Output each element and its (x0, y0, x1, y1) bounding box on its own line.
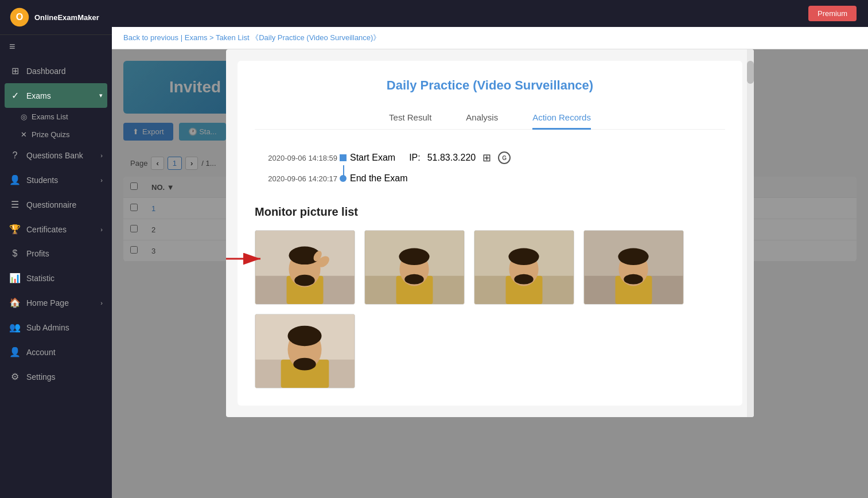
monitor-image-1[interactable] (255, 230, 355, 305)
tab-action-records[interactable]: Action Records (532, 107, 591, 130)
sidebar-item-label: Questionnaire (26, 200, 76, 209)
exams-icon: ✓ (9, 90, 21, 101)
sidebar-item-label: Prize Quizs (32, 130, 69, 139)
settings-icon: ⚙ (9, 371, 21, 382)
topbar: Premium (112, 0, 868, 27)
monitor-image-3[interactable] (474, 230, 574, 305)
monitor-image-5[interactable] (255, 314, 355, 388)
modal-scrollbar[interactable] (747, 49, 754, 417)
sidebar-item-statistic[interactable]: 📊 Statistic (0, 266, 112, 290)
sidebar-item-label: Exams List (32, 112, 68, 121)
sidebar-item-label: Settings (26, 372, 56, 382)
svg-point-28 (618, 248, 648, 266)
breadcrumb: Back to previous | Exams > Taken List 《D… (112, 27, 868, 49)
timeline-item-1: 2020-09-06 14:18:59 Start Exam IP: 51.83… (347, 147, 725, 169)
sidebar-item-dashboard[interactable]: ⊞ Dashboard (0, 59, 112, 83)
modal-inner: Daily Practice (Video Surveillance) Test… (238, 61, 742, 406)
tab-analysis[interactable]: Analysis (466, 107, 498, 130)
hamburger-icon[interactable]: ≡ (0, 35, 112, 59)
timeline-dot-2 (340, 175, 347, 182)
premium-button[interactable]: Premium (808, 6, 857, 21)
main-area: Premium Back to previous | Exams > Taken… (112, 0, 868, 498)
monitor-grid (255, 230, 725, 388)
timeline-dot-1 (340, 154, 347, 161)
taken-list-link[interactable]: Taken List (216, 33, 250, 42)
profits-icon: $ (9, 248, 21, 259)
questionnaire-icon: ☰ (9, 199, 21, 210)
sidebar-item-exams[interactable]: ✓ Exams ▾ (5, 83, 107, 108)
svg-point-34 (287, 326, 321, 346)
svg-point-29 (624, 274, 643, 285)
sidebar-item-account[interactable]: 👤 Account (0, 340, 112, 364)
sidebar-item-label: Sub Admins (26, 323, 69, 332)
modal-title: Daily Practice (Video Surveillance) (255, 78, 725, 93)
exam-name: 《Daily Practice (Video Surveillance)》 (251, 33, 380, 42)
monitor-section: Monitor picture list (255, 205, 725, 388)
sidebar-item-students[interactable]: 👤 Students › (0, 168, 112, 192)
monitor-image-4[interactable] (583, 230, 684, 305)
statistic-icon: 📊 (9, 273, 21, 283)
timeline-item-2: 2020-09-06 14:20:17 End the Exam (347, 169, 725, 188)
sidebar-item-label: Account (26, 348, 56, 357)
svg-point-16 (399, 248, 429, 266)
svg-point-17 (404, 274, 423, 285)
sidebar-item-homepage[interactable]: 🏠 Home Page › (0, 290, 112, 315)
homepage-icon: 🏠 (9, 297, 21, 308)
timeline-time-1: 2020-09-06 14:18:59 (251, 154, 337, 162)
sidebar: O OnlineExamMaker ≡ ⊞ Dashboard ✓ Exams … (0, 0, 112, 498)
dashboard-icon: ⊞ (9, 65, 21, 76)
modal: Daily Practice (Video Surveillance) Test… (226, 49, 754, 417)
sidebar-item-sub-admins[interactable]: 👥 Sub Admins (0, 315, 112, 340)
sidebar-item-label: Profits (26, 249, 49, 258)
sidebar-item-profits[interactable]: $ Profits (0, 242, 112, 266)
exams-list-icon: ◎ (21, 112, 27, 121)
back-link[interactable]: Back to previous (123, 33, 178, 42)
scrollbar-thumb[interactable] (747, 61, 754, 84)
svg-point-9 (294, 275, 314, 286)
exams-link[interactable]: Exams (185, 33, 208, 42)
chrome-icon: G (498, 151, 511, 164)
certificates-icon: 🏆 (9, 224, 21, 235)
timeline-content-2: End the Exam (350, 173, 408, 184)
sidebar-item-label: Questions Bank (26, 151, 83, 160)
monitor-grid-wrapper (255, 230, 725, 388)
windows-icon: ⊞ (482, 151, 491, 164)
modal-overlay[interactable]: Daily Practice (Video Surveillance) Test… (112, 49, 868, 498)
sidebar-item-questionnaire[interactable]: ☰ Questionnaire (0, 192, 112, 217)
monitor-title: Monitor picture list (255, 205, 725, 219)
logo: O OnlineExamMaker (0, 0, 112, 35)
svg-point-22 (508, 248, 539, 266)
sidebar-item-certificates[interactable]: 🏆 Certificates › (0, 217, 112, 242)
sidebar-item-questions-bank[interactable]: ? Questions Bank › (0, 143, 112, 168)
sidebar-item-label: Home Page (26, 298, 69, 308)
sidebar-item-settings[interactable]: ⚙ Settings (0, 364, 112, 389)
timeline: 2020-09-06 14:18:59 Start Exam IP: 51.83… (255, 147, 725, 188)
sidebar-item-label: Statistic (26, 274, 55, 283)
svg-point-23 (514, 274, 533, 285)
timeline-content-1: Start Exam IP: 51.83.3.220 ⊞ G (350, 151, 511, 164)
prize-quizs-icon: ✕ (21, 130, 27, 139)
logo-icon: O (9, 7, 30, 28)
page-content: Invited ⬆ Export 🕐 Sta... Year: 2020 201… (112, 49, 868, 498)
sidebar-item-label: Dashboard (26, 67, 66, 76)
sidebar-item-label: Certificates (26, 225, 67, 234)
sidebar-item-label: Students (26, 176, 58, 185)
timeline-time-2: 2020-09-06 14:20:17 (251, 174, 337, 183)
tab-test-result[interactable]: Test Result (389, 107, 431, 130)
students-icon: 👤 (9, 174, 21, 185)
svg-point-35 (293, 358, 316, 371)
svg-text:O: O (16, 11, 24, 22)
sidebar-item-label: Exams (26, 91, 51, 100)
monitor-image-2[interactable] (364, 230, 465, 305)
logo-text: OnlineExamMaker (34, 13, 99, 22)
account-icon: 👤 (9, 347, 21, 357)
questions-bank-icon: ? (9, 150, 21, 161)
sidebar-item-prize-quizs[interactable]: ✕ Prize Quizs (0, 126, 112, 143)
sub-admins-icon: 👥 (9, 322, 21, 333)
sidebar-item-exams-list[interactable]: ◎ Exams List (0, 108, 112, 126)
modal-tabs: Test Result Analysis Action Records (255, 107, 725, 130)
